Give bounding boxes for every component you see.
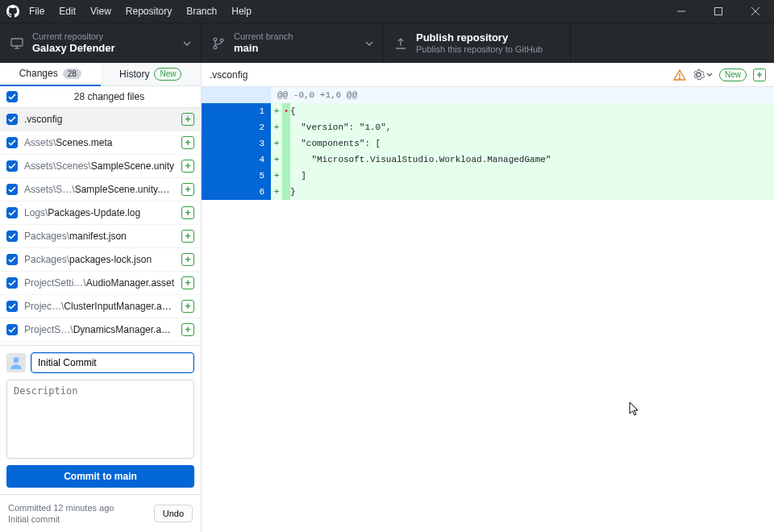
file-list: .vsconfigAssets\Scenes.metaAssets\Scenes…: [0, 108, 201, 342]
current-branch-name: main: [234, 42, 293, 55]
commit-button[interactable]: Commit to main: [6, 465, 194, 488]
current-repo-name: Galaxy Defender: [32, 42, 115, 55]
diff-toolbar: .vsconfig New: [202, 63, 774, 87]
diff-line[interactable]: 5+• ]: [202, 168, 774, 184]
file-row[interactable]: Projec…\ClusterInputManager.asset: [0, 295, 201, 318]
current-branch-dropdown[interactable]: Current branch main: [202, 23, 384, 63]
tab-changes[interactable]: Changes 28: [0, 63, 101, 86]
menu-repository[interactable]: Repository: [126, 6, 172, 17]
gear-icon: [693, 69, 705, 81]
menu-view[interactable]: View: [90, 6, 111, 17]
file-row[interactable]: Assets\Scenes.meta: [0, 131, 201, 155]
commit-summary-input[interactable]: [31, 352, 194, 373]
menu-file[interactable]: File: [29, 6, 44, 17]
git-branch-icon: [212, 37, 225, 50]
svg-point-10: [14, 357, 19, 363]
menu-edit[interactable]: Edit: [59, 6, 76, 17]
changed-files-summary: 28 changed files: [24, 91, 194, 102]
status-added-icon: [181, 253, 194, 266]
file-row[interactable]: Assets\Scenes\SampleScene.unity: [0, 155, 201, 178]
file-row[interactable]: ProjectS…\DynamicsManager.asset: [0, 318, 201, 342]
diff-hunk-header: @@ -0,0 +1,6 @@: [202, 87, 774, 103]
file-name: .vsconfig: [24, 114, 175, 125]
maximize-button[interactable]: [700, 0, 737, 23]
file-checkbox[interactable]: [6, 277, 18, 289]
diff-line[interactable]: 3+• "components": [: [202, 135, 774, 152]
filelist-header: 28 changed files: [0, 86, 201, 108]
status-added-icon: [181, 136, 194, 149]
current-repository-dropdown[interactable]: Current repository Galaxy Defender: [0, 23, 202, 63]
status-added-icon: [181, 276, 194, 289]
status-added-icon: [181, 113, 194, 126]
minimize-button[interactable]: [663, 0, 700, 23]
github-icon: [6, 5, 19, 18]
diff-line[interactable]: 4+• "Microsoft.VisualStudio.Workload.Man…: [202, 152, 774, 168]
file-row[interactable]: Assets\S…\SampleScene.unity.meta: [0, 178, 201, 202]
file-name: Assets\S…\SampleScene.unity.meta: [24, 184, 175, 195]
sidebar: Changes 28 History New 28 changed files …: [0, 63, 202, 532]
recent-commit: Committed 12 minutes ago Initial commit …: [0, 494, 201, 532]
file-row[interactable]: Logs\Packages-Update.log: [0, 202, 201, 225]
file-checkbox[interactable]: [6, 324, 18, 335]
svg-point-8: [214, 46, 217, 49]
select-all-checkbox[interactable]: [6, 91, 18, 102]
file-checkbox[interactable]: [6, 254, 18, 265]
status-added-icon: [181, 230, 194, 243]
file-checkbox[interactable]: [6, 231, 18, 242]
file-checkbox[interactable]: [6, 137, 18, 148]
plus-icon: [753, 69, 766, 81]
file-row[interactable]: ProjectSetti…\AudioManager.asset: [0, 272, 201, 295]
diff-line[interactable]: 2+• "version": "1.0",: [202, 119, 774, 135]
publish-repository-button[interactable]: Publish repository Publish this reposito…: [384, 23, 571, 63]
status-added-icon: [181, 206, 194, 219]
file-row[interactable]: Packages\packages-lock.json: [0, 248, 201, 272]
chevron-down-icon: [706, 73, 713, 77]
file-checkbox[interactable]: [6, 160, 18, 172]
file-checkbox[interactable]: [6, 207, 18, 218]
commit-description-input[interactable]: [6, 380, 194, 459]
file-row[interactable]: .vsconfig: [0, 108, 201, 131]
status-added-icon: [181, 323, 194, 336]
diff-pane: .vsconfig New @@ -0,0 +1,6 @@ 1+•{2+• "v…: [202, 63, 774, 532]
file-name: Projec…\ClusterInputManager.asset: [24, 301, 175, 312]
repo-toolbar: Current repository Galaxy Defender Curre…: [0, 23, 774, 63]
diff-line[interactable]: 1+•{: [202, 103, 774, 119]
status-added-icon: [181, 160, 194, 172]
diff-filename: .vsconfig: [210, 69, 248, 81]
status-added-icon: [181, 300, 194, 313]
current-repo-label: Current repository: [32, 31, 115, 43]
tab-history-label: History: [119, 69, 149, 80]
undo-button[interactable]: Undo: [154, 505, 193, 522]
upload-icon: [394, 37, 407, 50]
status-added-icon: [181, 183, 194, 196]
title-bar: File Edit View Repository Branch Help: [0, 0, 774, 23]
file-checkbox[interactable]: [6, 301, 18, 312]
file-name: Packages\manifest.json: [24, 231, 175, 242]
svg-point-7: [214, 38, 217, 41]
file-name: Logs\Packages-Update.log: [24, 207, 175, 218]
file-row[interactable]: Packages\manifest.json: [0, 225, 201, 248]
file-name: Packages\packages-lock.json: [24, 254, 175, 265]
tab-changes-label: Changes: [19, 68, 58, 79]
menu-bar: File Edit View Repository Branch Help: [29, 6, 252, 17]
svg-point-9: [220, 39, 223, 42]
recent-commit-msg: Initial commit: [8, 514, 114, 524]
file-checkbox[interactable]: [6, 114, 18, 125]
chevron-down-icon: [365, 41, 373, 46]
sidebar-tabs: Changes 28 History New: [0, 63, 201, 86]
history-new-badge: New: [154, 68, 181, 81]
file-checkbox[interactable]: [6, 184, 18, 195]
menu-branch[interactable]: Branch: [186, 6, 217, 17]
svg-point-12: [679, 77, 680, 78]
diff-line[interactable]: 6+•}: [202, 184, 774, 200]
close-button[interactable]: [737, 0, 774, 23]
recent-commit-time: Committed 12 minutes ago: [8, 503, 114, 513]
diff-body[interactable]: @@ -0,0 +1,6 @@ 1+•{2+• "version": "1.0"…: [202, 87, 774, 532]
diff-new-badge: New: [719, 69, 747, 81]
warning-icon[interactable]: [673, 69, 686, 81]
file-name: Assets\Scenes\SampleScene.unity: [24, 160, 175, 172]
menu-help[interactable]: Help: [231, 6, 252, 17]
chevron-down-icon: [183, 41, 191, 46]
diff-settings-dropdown[interactable]: [693, 69, 713, 81]
tab-history[interactable]: History New: [101, 63, 202, 86]
